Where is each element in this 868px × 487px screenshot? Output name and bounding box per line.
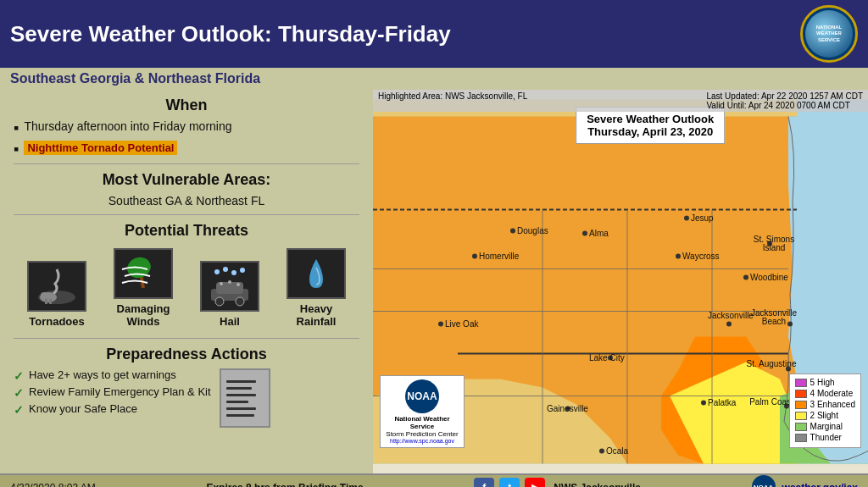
main-content: When ▪ Thursday afternoon into Friday mo… <box>0 90 868 473</box>
highlighted-area-label: Highlighted Area: NWS Jacksonville, FL <box>378 91 527 110</box>
legend-color-slight <box>795 412 807 420</box>
header: Severe Weather Outlook: Thursday-Friday … <box>0 0 868 68</box>
legend-color-high <box>795 379 807 387</box>
svg-text:Beach: Beach <box>762 317 786 326</box>
check-1: ✓ <box>14 369 24 383</box>
sub-header: Southeast Georgia & Northeast Florida <box>0 68 868 90</box>
check-3: ✓ <box>14 403 24 417</box>
noaa-box: NOAA National Weather Service Storm Pred… <box>380 375 465 448</box>
preparedness-title: Preparedness Actions <box>14 346 359 363</box>
legend-label-enhanced: 3 Enhanced <box>810 400 855 409</box>
threat-tornadoes: Tornadoes <box>27 261 86 328</box>
map-panel: Highlighted Area: NWS Jacksonville, FL L… <box>373 90 868 473</box>
hail-label: Hail <box>220 315 240 328</box>
check-2: ✓ <box>14 386 24 400</box>
when-item-1: ▪ Thursday afternoon into Friday morning <box>14 119 359 136</box>
legend-label-slight: 2 Slight <box>810 411 838 420</box>
threats-title: Potential Threats <box>14 222 359 240</box>
svg-text:Jesup: Jesup <box>691 213 714 223</box>
footer-noaa-logo: NOAA <box>752 475 776 487</box>
footer-social: f t ▶ NWS Jacksonville <box>474 478 641 487</box>
youtube-icon[interactable]: ▶ <box>525 478 545 487</box>
svg-point-43 <box>676 254 681 259</box>
nws-logo: NATIONALWEATHERSERVICE <box>800 5 858 63</box>
nws-label: NWS Jacksonville <box>554 482 641 487</box>
svg-text:Palatka: Palatka <box>708 398 737 407</box>
hail-icon <box>200 261 259 312</box>
svg-text:Homerville: Homerville <box>479 252 520 261</box>
svg-point-41 <box>684 216 689 221</box>
divider-2 <box>14 214 359 215</box>
footer: 4/22/2020 8:03 AM Expires 8 hrs from Bri… <box>0 473 868 487</box>
legend: 5 High 4 Moderate 3 Enhanced 2 Slight Ma… <box>789 374 861 448</box>
svg-text:Alma: Alma <box>589 229 609 238</box>
checklist-decoration <box>220 368 270 428</box>
bullet-icon: ▪ <box>14 120 19 136</box>
left-panel: When ▪ Thursday afternoon into Friday mo… <box>0 90 373 473</box>
svg-point-39 <box>582 231 587 236</box>
svg-text:Live Oak: Live Oak <box>445 319 479 329</box>
tornado-highlight: Nighttime Tornado Potential <box>24 141 177 155</box>
legend-item-high: 5 High <box>795 378 855 387</box>
legend-label-moderate: 4 Moderate <box>810 389 854 398</box>
winds-icon <box>114 248 173 299</box>
legend-item-moderate: 4 Moderate <box>795 389 855 398</box>
svg-point-56 <box>787 322 793 327</box>
legend-color-thunder <box>795 434 807 442</box>
vulnerable-title: Most Vulnerable Areas: <box>14 171 359 189</box>
map-title-line1: Severe Weather Outlook <box>587 113 714 125</box>
tornado-icon <box>27 261 86 312</box>
legend-item-enhanced: 3 Enhanced <box>795 400 855 409</box>
threat-hail: Hail <box>200 261 259 328</box>
svg-point-65 <box>701 401 706 406</box>
svg-point-5 <box>41 292 47 299</box>
prep-text-3: Know your Safe Place <box>29 402 137 415</box>
prep-area: ✓ Have 2+ ways to get warnings ✓ Review … <box>14 368 359 428</box>
legend-label-high: 5 High <box>810 378 835 387</box>
prep-item-2: ✓ Review Family Emergency Plan & Kit <box>14 385 211 400</box>
svg-point-45 <box>472 254 477 259</box>
svg-point-54 <box>726 322 732 327</box>
facebook-icon[interactable]: f <box>474 478 494 487</box>
svg-point-19 <box>231 270 236 275</box>
footer-expires: Expires 8 hrs from Briefing Time <box>206 482 363 487</box>
legend-color-enhanced <box>795 401 807 409</box>
svg-text:Jacksonville: Jacksonville <box>708 311 754 320</box>
svg-text:Gainesville: Gainesville <box>547 404 588 413</box>
svg-text:Douglas: Douglas <box>517 226 548 235</box>
svg-text:Lake City: Lake City <box>589 353 625 362</box>
map-title-box: Severe Weather Outlook Thursday, April 2… <box>576 107 725 144</box>
prep-item-1: ✓ Have 2+ ways to get warnings <box>14 368 211 383</box>
when-item-2: ▪ Nighttime Tornado Potential <box>14 141 359 157</box>
svg-rect-4 <box>49 299 52 304</box>
legend-label-thunder: Thunder <box>810 433 842 442</box>
legend-item-thunder: Thunder <box>795 433 855 442</box>
svg-point-20 <box>240 268 245 273</box>
page-title: Severe Weather Outlook: Thursday-Friday <box>10 21 451 47</box>
twitter-icon[interactable]: t <box>499 478 520 487</box>
footer-website: weather.gov/jax <box>782 482 858 487</box>
svg-text:Ocala: Ocala <box>606 446 629 456</box>
svg-text:Waycross: Waycross <box>682 252 720 261</box>
svg-point-12 <box>215 297 224 306</box>
threat-rainfall: HeavyRainfall <box>287 248 346 328</box>
svg-rect-3 <box>45 299 47 304</box>
when-title: When <box>14 97 359 114</box>
tornado-label: Tornadoes <box>29 315 85 328</box>
legend-color-marginal <box>795 423 807 431</box>
svg-text:Island: Island <box>763 243 786 252</box>
svg-text:Woodbine: Woodbine <box>750 273 788 282</box>
rainfall-icon <box>287 248 346 299</box>
svg-point-14 <box>220 282 223 285</box>
vulnerable-text: Southeast GA & Northeast FL <box>14 194 359 208</box>
rainfall-label: HeavyRainfall <box>297 302 337 328</box>
svg-point-37 <box>510 229 515 234</box>
svg-point-50 <box>743 275 748 280</box>
legend-color-moderate <box>795 390 807 398</box>
noaa-label-1: National Weather Service <box>384 415 460 430</box>
svg-point-18 <box>223 267 228 272</box>
svg-text:St. Augustine: St. Augustine <box>747 359 797 368</box>
map-title-line2: Thursday, April 23, 2020 <box>587 125 714 138</box>
legend-item-slight: 2 Slight <box>795 411 855 420</box>
svg-point-52 <box>438 322 443 327</box>
